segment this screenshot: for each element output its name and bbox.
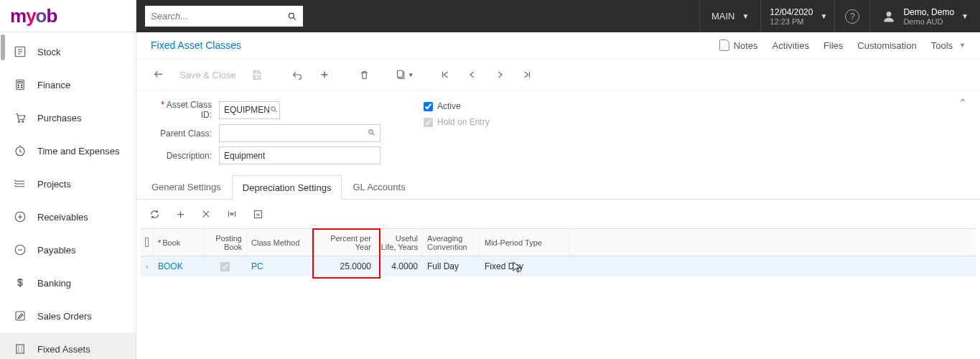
- sidebar-item-payables[interactable]: Payables: [0, 233, 136, 266]
- help-button[interactable]: ?: [834, 0, 869, 32]
- search-icon: [287, 11, 297, 22]
- sidebar-item-label: Sales Orders: [37, 311, 92, 322]
- hold-checkbox-row: Hold on Entry: [424, 117, 490, 127]
- edit-square-icon: [13, 309, 27, 323]
- back-button[interactable]: [148, 65, 169, 85]
- sidebar: myob Stock Finance Purchases: [0, 0, 136, 359]
- calculator-icon: [13, 78, 27, 92]
- svg-point-19: [369, 130, 373, 134]
- stopwatch-icon: [13, 144, 27, 158]
- date-label: 12/04/2020: [770, 7, 813, 17]
- parent-class-field[interactable]: [219, 124, 381, 142]
- undo-button[interactable]: [286, 65, 308, 85]
- mid-period-cell[interactable]: Fixed Day: [480, 256, 570, 276]
- clipboard-button[interactable]: ▼: [394, 65, 416, 85]
- column-book[interactable]: Book: [154, 229, 204, 256]
- lookup-icon[interactable]: [270, 106, 278, 115]
- sidebar-item-label: Receivables: [37, 212, 88, 223]
- search-box[interactable]: [145, 6, 303, 27]
- svg-point-8: [22, 121, 24, 122]
- description-value: Equipment: [224, 151, 265, 161]
- svg-point-5: [18, 87, 19, 88]
- averaging-cell[interactable]: Full Day: [423, 256, 480, 276]
- save-button[interactable]: [246, 65, 268, 85]
- last-record-button[interactable]: [516, 65, 538, 85]
- sidebar-item-finance[interactable]: Finance: [0, 68, 136, 101]
- sidebar-item-banking[interactable]: Banking: [0, 266, 136, 299]
- notes-label: Notes: [734, 40, 758, 51]
- business-date[interactable]: 12/04/2020 12:23 PM ▼: [760, 0, 834, 32]
- building-icon: [13, 342, 27, 356]
- lookup-icon[interactable]: [368, 129, 375, 138]
- active-label: Active: [437, 101, 461, 111]
- sidebar-scrollbar[interactable]: [1, 34, 5, 60]
- search-input[interactable]: [151, 11, 287, 22]
- tab-general-settings[interactable]: General Settings: [141, 174, 232, 199]
- grid-toolbar: [136, 200, 980, 228]
- add-row-button[interactable]: [169, 204, 191, 224]
- sidebar-item-projects[interactable]: Projects: [0, 167, 136, 200]
- active-checkbox-row[interactable]: Active: [424, 101, 490, 111]
- svg-point-14: [289, 13, 294, 18]
- refresh-button[interactable]: [144, 204, 165, 224]
- column-selector[interactable]: [141, 229, 154, 256]
- prev-record-button[interactable]: [462, 65, 483, 85]
- class-method-link[interactable]: PC: [251, 261, 263, 271]
- user-name-label: Demo, Demo: [903, 7, 954, 17]
- column-class-method[interactable]: Class Method: [247, 229, 312, 256]
- useful-life-cell[interactable]: 4.0000: [376, 256, 423, 276]
- save-close-button[interactable]: Save & Close: [175, 70, 241, 80]
- sidebar-item-sales-orders[interactable]: Sales Orders: [0, 299, 136, 332]
- tools-label: Tools: [931, 40, 953, 51]
- grid-row[interactable]: › BOOK PC 25.0000 4.0000 Full Day Fixed …: [141, 256, 976, 276]
- breadcrumb[interactable]: Fixed Asset Classes: [151, 39, 241, 51]
- sidebar-item-stock[interactable]: Stock: [0, 35, 136, 68]
- sidebar-item-time-expenses[interactable]: Time and Expenses: [0, 134, 136, 167]
- svg-point-3: [18, 85, 19, 86]
- first-record-button[interactable]: [434, 65, 456, 85]
- tab-gl-accounts[interactable]: GL Accounts: [342, 174, 416, 199]
- customisation-action[interactable]: Customisation: [857, 40, 916, 51]
- asset-class-id-field[interactable]: EQUIPMEN: [219, 101, 280, 119]
- svg-rect-2: [18, 82, 22, 83]
- description-field[interactable]: Equipment: [219, 146, 381, 164]
- column-mid-period[interactable]: Mid-Period Type: [480, 229, 570, 256]
- export-button[interactable]: [247, 204, 269, 224]
- user-sub-label: Demo AUD: [903, 17, 954, 26]
- user-menu[interactable]: Demo, Demo Demo AUD ▼: [869, 0, 980, 32]
- collapse-form-button[interactable]: ⌃: [958, 97, 967, 108]
- fit-columns-button[interactable]: [221, 204, 243, 224]
- company-label: MAIN: [711, 11, 735, 22]
- active-checkbox[interactable]: [424, 102, 433, 111]
- column-averaging[interactable]: Averaging Convention: [423, 229, 480, 256]
- sidebar-item-label: Banking: [37, 278, 71, 289]
- topbar: MAIN ▼ 12/04/2020 12:23 PM ▼ ? Demo, Dem…: [136, 0, 980, 32]
- svg-point-15: [887, 11, 892, 17]
- sidebar-item-receivables[interactable]: Receivables: [0, 200, 136, 233]
- svg-rect-13: [17, 345, 24, 353]
- posting-book-checkbox: [220, 262, 230, 271]
- layers-icon: [13, 177, 27, 191]
- tools-action[interactable]: Tools ▼: [931, 40, 966, 51]
- chevron-down-icon: ▼: [408, 72, 414, 78]
- grid: Book Posting Book Class Method Percent p…: [141, 228, 976, 276]
- column-posting-book[interactable]: Posting Book: [204, 229, 247, 256]
- column-percent-per-year[interactable]: Percent per Year: [312, 229, 376, 256]
- delete-button[interactable]: [354, 65, 375, 85]
- files-action[interactable]: Files: [823, 40, 843, 51]
- percent-per-year-cell[interactable]: 25.0000: [312, 256, 376, 276]
- book-link[interactable]: BOOK: [158, 261, 183, 271]
- company-selector[interactable]: MAIN ▼: [699, 0, 760, 32]
- tab-depreciation-settings[interactable]: Depreciation Settings: [232, 175, 342, 200]
- activities-action[interactable]: Activities: [773, 40, 809, 51]
- add-button[interactable]: [314, 65, 335, 85]
- next-record-button[interactable]: [489, 65, 510, 85]
- sidebar-item-purchases[interactable]: Purchases: [0, 101, 136, 134]
- chevron-down-icon: ▼: [961, 12, 969, 20]
- sidebar-item-fixed-assets[interactable]: Fixed Assets: [0, 332, 136, 359]
- delete-row-button[interactable]: [195, 204, 217, 224]
- notes-action[interactable]: Notes: [719, 39, 758, 51]
- expand-row-button[interactable]: ›: [146, 262, 149, 271]
- svg-point-4: [22, 85, 23, 86]
- column-useful-life[interactable]: Useful Life, Years: [376, 229, 423, 256]
